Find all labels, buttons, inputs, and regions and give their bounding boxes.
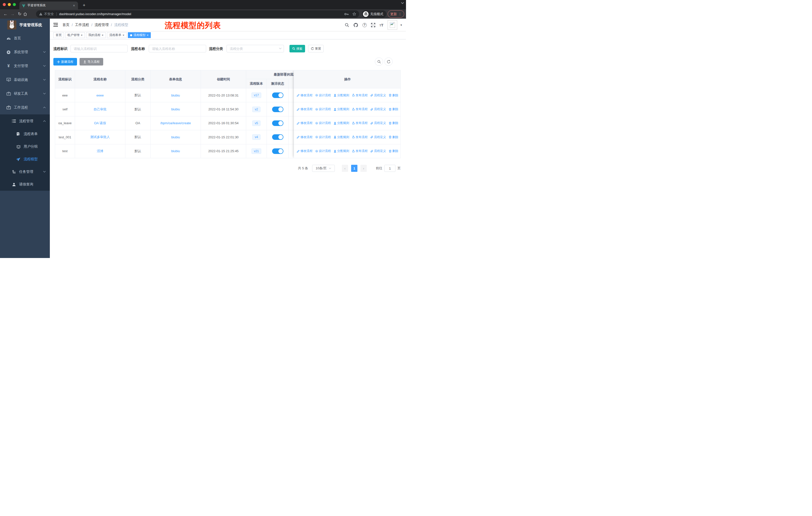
- model-name-link[interactable]: eeee: [96, 93, 104, 97]
- close-tab-icon[interactable]: ×: [72, 3, 76, 7]
- design-process-link[interactable]: 设计流程: [315, 107, 331, 111]
- search-button[interactable]: 搜索: [289, 45, 305, 52]
- sidebar-item[interactable]: 流程管理: [0, 114, 50, 128]
- design-process-link[interactable]: 设计流程: [315, 149, 331, 153]
- delete-link[interactable]: 删除: [388, 135, 399, 139]
- active-toggle[interactable]: [272, 134, 283, 140]
- form-info-link[interactable]: biubiu: [171, 93, 180, 97]
- form-info-link[interactable]: biubiu: [171, 107, 180, 111]
- modify-process-link[interactable]: 修改流程: [297, 93, 313, 98]
- fullscreen-icon[interactable]: [371, 23, 375, 27]
- active-toggle[interactable]: [272, 92, 283, 98]
- window-controls[interactable]: [3, 3, 16, 6]
- import-model-button[interactable]: 导入流程: [80, 58, 103, 65]
- view-tag[interactable]: 流程模型 ×: [128, 32, 151, 38]
- publish-process-link[interactable]: 发布流程: [352, 107, 368, 111]
- process-definition-link[interactable]: 流程定义: [370, 135, 386, 139]
- breadcrumb-workflow[interactable]: 工作流程: [75, 23, 89, 27]
- sidebar-item[interactable]: 请假查询: [0, 178, 50, 191]
- help-icon[interactable]: ?: [362, 23, 367, 27]
- home-icon[interactable]: [23, 12, 30, 16]
- user-avatar[interactable]: [388, 20, 397, 30]
- close-tag-icon[interactable]: ×: [123, 34, 124, 37]
- modify-process-link[interactable]: 修改流程: [297, 149, 313, 153]
- forward-icon[interactable]: →: [9, 11, 16, 17]
- active-toggle[interactable]: [272, 107, 283, 112]
- design-process-link[interactable]: 设计流程: [315, 135, 331, 139]
- delete-link[interactable]: 删除: [388, 93, 399, 98]
- sidebar-item[interactable]: 研发工具: [0, 87, 50, 101]
- sidebar-item[interactable]: ¥ 支付管理: [0, 59, 50, 73]
- publish-process-link[interactable]: 发布流程: [352, 149, 368, 153]
- assign-rule-link[interactable]: 分配规则: [334, 149, 349, 153]
- close-tag-icon[interactable]: ×: [81, 34, 83, 37]
- form-info-link[interactable]: biubiu: [171, 149, 180, 153]
- assign-rule-link[interactable]: 分配规则: [334, 93, 349, 98]
- sidebar-item[interactable]: 基础设施: [0, 73, 50, 87]
- password-key-icon[interactable]: [344, 13, 349, 16]
- model-name-input[interactable]: [149, 45, 206, 52]
- version-badge[interactable]: v4: [252, 134, 261, 140]
- close-tag-icon[interactable]: ×: [147, 34, 148, 37]
- app-logo[interactable]: 芋道管理系统: [0, 19, 50, 31]
- create-model-button[interactable]: 新建流程: [53, 58, 77, 65]
- process-definition-link[interactable]: 流程定义: [370, 93, 386, 98]
- address-bar[interactable]: 不安全 dashboard.yudao.iocoder.cn/bpm/manag…: [36, 10, 359, 18]
- breadcrumb-process-mgmt[interactable]: 流程管理: [95, 23, 109, 27]
- publish-process-link[interactable]: 发布流程: [352, 121, 368, 125]
- category-select[interactable]: [227, 45, 284, 52]
- tab-search-chevron-icon[interactable]: [401, 2, 404, 4]
- version-badge[interactable]: v21: [252, 148, 261, 154]
- model-name-link[interactable]: 滔博: [97, 149, 104, 154]
- process-definition-link[interactable]: 流程定义: [370, 121, 386, 125]
- view-tag[interactable]: 租户管理 ×: [65, 32, 85, 38]
- show-search-button[interactable]: [375, 57, 383, 66]
- model-name-link[interactable]: 自己审批: [94, 107, 107, 112]
- process-definition-link[interactable]: 流程定义: [370, 149, 386, 153]
- version-badge[interactable]: v17: [252, 92, 261, 98]
- sidebar-item[interactable]: 用户分组: [0, 140, 50, 153]
- assign-rule-link[interactable]: 分配规则: [334, 107, 349, 111]
- assign-rule-link[interactable]: 分配规则: [334, 121, 349, 125]
- reload-icon[interactable]: ↻: [16, 11, 23, 17]
- view-tag[interactable]: 我的流程 ×: [86, 32, 106, 38]
- close-window-button[interactable]: [3, 3, 6, 6]
- assign-rule-link[interactable]: 分配规则: [334, 135, 349, 139]
- refresh-table-button[interactable]: [384, 57, 393, 66]
- delete-link[interactable]: 删除: [388, 121, 399, 125]
- new-tab-button[interactable]: +: [81, 2, 87, 8]
- modify-process-link[interactable]: 修改流程: [297, 107, 313, 111]
- collapse-sidebar-icon[interactable]: [53, 23, 58, 27]
- page-number-1[interactable]: 1: [351, 165, 357, 172]
- user-menu-caret-icon[interactable]: ▼: [400, 24, 403, 26]
- page-size-select[interactable]: 10条/页: [312, 165, 335, 172]
- browser-tab[interactable]: 芋道管理系统 ×: [19, 1, 78, 9]
- sidebar-item[interactable]: 系统管理: [0, 45, 50, 59]
- sidebar-item[interactable]: 流程模型: [0, 153, 50, 166]
- design-process-link[interactable]: 设计流程: [315, 93, 331, 98]
- active-toggle[interactable]: [272, 120, 283, 126]
- search-icon[interactable]: [345, 23, 349, 27]
- browser-menu-icon[interactable]: ⋮: [399, 12, 402, 16]
- delete-link[interactable]: 删除: [388, 107, 399, 111]
- view-tag[interactable]: 流程表单 ×: [107, 32, 126, 38]
- view-tag[interactable]: 首页 ×: [53, 32, 64, 38]
- breadcrumb-home[interactable]: 首页: [62, 23, 69, 27]
- reset-button[interactable]: 重置: [308, 45, 324, 52]
- security-label[interactable]: 不安全: [44, 12, 54, 17]
- process-definition-link[interactable]: 流程定义: [370, 107, 386, 111]
- publish-process-link[interactable]: 发布流程: [352, 93, 368, 98]
- model-name-link[interactable]: OA 请假: [94, 121, 106, 126]
- sidebar-item[interactable]: 工作流程: [0, 101, 50, 114]
- modify-process-link[interactable]: 修改流程: [297, 135, 313, 139]
- bookmark-star-icon[interactable]: [352, 12, 356, 16]
- sidebar-item[interactable]: 任务管理: [0, 166, 50, 178]
- browser-update-button[interactable]: 更新 ⋮: [388, 10, 404, 18]
- goto-page-input[interactable]: [384, 165, 396, 172]
- minimize-window-button[interactable]: [8, 3, 11, 6]
- version-badge[interactable]: v5: [252, 120, 261, 126]
- model-key-input[interactable]: [70, 45, 127, 52]
- sidebar-item[interactable]: 首页: [0, 31, 50, 45]
- back-icon[interactable]: ←: [2, 11, 9, 17]
- model-name-link[interactable]: 测试多审批人: [90, 135, 110, 139]
